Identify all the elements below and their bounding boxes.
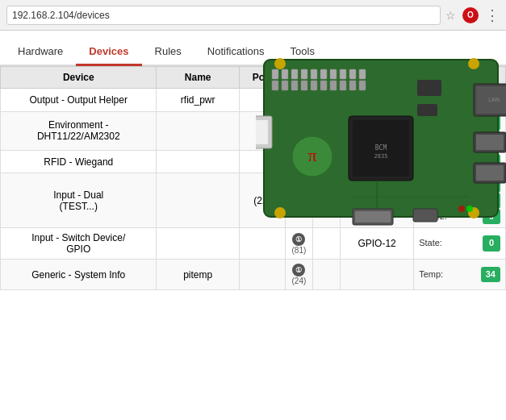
col-header-ch: Ch — [285, 67, 312, 89]
value-badge: 41 — [481, 131, 500, 147]
col-header-id: ID — [312, 67, 340, 89]
name-cell — [157, 111, 239, 150]
gpio-cell — [341, 111, 414, 150]
channel-badge: ① (24) — [291, 264, 306, 285]
values-cell: State: 0 State1: 0 State2: 0 — [414, 173, 506, 228]
ch-cell: ① (81) — [285, 228, 312, 260]
value-label: State: — [419, 93, 442, 107]
table-row: RFID - Wiegand GPIO-5 Tag: 0 — [1, 150, 506, 173]
ch-cell: ① (24) — [285, 260, 312, 290]
value-badge: 0 — [483, 209, 500, 225]
name-cell: pitemp — [157, 260, 239, 290]
ch-cell — [285, 111, 312, 150]
port-cell — [239, 150, 285, 173]
port-cell — [239, 228, 285, 260]
device-cell: Input - Dual(TEST...) — [1, 173, 157, 228]
id-cell — [312, 89, 340, 112]
channel-num: (24) — [291, 277, 306, 285]
tab-devices[interactable]: Devices — [76, 39, 141, 66]
gpio-cell: GPIO-23GPIO-16 — [341, 173, 414, 228]
device-cell: Environment -DHT11/22/AM2302 — [1, 111, 157, 150]
value-badge: 0 — [483, 177, 500, 193]
info-icon: ① — [292, 233, 305, 246]
value-label: Tag: — [419, 155, 436, 169]
id-cell — [312, 173, 340, 228]
gpio-cell: GPIO-12 — [341, 228, 414, 260]
gpio-cell — [341, 89, 414, 112]
ch-cell — [285, 89, 312, 112]
value-badge: 0 — [483, 154, 500, 170]
opera-icon: O — [462, 7, 479, 23]
col-header-device: Device — [1, 67, 157, 89]
port-cell — [239, 89, 285, 112]
id-cell — [312, 111, 340, 150]
values-cell: Temp: 34 — [414, 260, 506, 290]
url-text: 192.168.2.104/devices — [12, 10, 110, 21]
address-bar[interactable]: 192.168.2.104/devices — [6, 6, 441, 25]
col-header-values: Values — [414, 67, 506, 89]
id-cell — [312, 260, 340, 290]
name-cell — [157, 173, 239, 228]
value-label: State2: — [419, 210, 447, 224]
channel-badge: ① (81) — [291, 233, 306, 255]
tab-rules[interactable]: Rules — [142, 39, 194, 66]
value-label: State: — [419, 236, 442, 251]
col-header-gpio: GPIO — [341, 67, 414, 89]
table-row: Generic - System Info pitemp ① (24) Temp… — [1, 260, 506, 290]
values-cell: Tag: 0 — [414, 150, 506, 173]
value-label: State: — [419, 177, 442, 192]
value-label: Humidity: — [419, 131, 456, 146]
name-cell — [157, 150, 239, 173]
device-cell: Input - Switch Device/GPIO — [1, 228, 157, 260]
values-cell: Temperature: 24 Humidity: 41 — [414, 111, 506, 150]
tab-hardware[interactable]: Hardware — [5, 39, 76, 66]
value-badge: 1 — [483, 92, 500, 108]
name-cell: rfid_pwr — [157, 89, 239, 112]
device-cell: RFID - Wiegand — [1, 150, 157, 173]
table-row: Output - Output Helper rfid_pwr State: 1 — [1, 89, 506, 112]
port-cell: (21) — [239, 173, 285, 228]
id-cell — [312, 228, 340, 260]
browser-icons: ☆ O ⋮ — [445, 6, 500, 24]
value-badge: 34 — [481, 267, 500, 283]
ch-cell — [285, 150, 312, 173]
device-cell: Output - Output Helper — [1, 89, 157, 112]
value-label: State1: — [419, 193, 447, 208]
star-icon[interactable]: ☆ — [445, 9, 456, 22]
port-cell — [239, 111, 285, 150]
value-badge: 24 — [481, 115, 500, 131]
table-row: Input - Switch Device/GPIO ① (81) GPIO-1… — [1, 228, 506, 260]
tab-tools[interactable]: Tools — [278, 39, 328, 66]
id-cell — [312, 150, 340, 173]
gpio-cell: GPIO-5 — [341, 150, 414, 173]
menu-icon[interactable]: ⋮ — [485, 6, 500, 24]
value-badge: 0 — [483, 235, 500, 252]
col-header-port: Port — [239, 67, 285, 89]
channel-num: (81) — [291, 246, 306, 255]
value-label: Temperature: — [419, 116, 471, 131]
ch-cell — [285, 173, 312, 228]
device-cell: Generic - System Info — [1, 260, 157, 290]
port-cell — [239, 260, 285, 290]
table-row: Input - Dual(TEST...) (21) GPIO-23GPIO-1… — [1, 173, 506, 228]
values-cell: State: 1 — [414, 89, 506, 112]
gpio-cell — [341, 260, 414, 290]
value-label: Temp: — [419, 268, 443, 282]
nav-tabs: Hardware Devices Rules Notifications Too… — [0, 31, 506, 66]
devices-table-container: Device Name Port Ch ID GPIO Values Outpu… — [0, 66, 506, 420]
info-icon: ① — [292, 264, 305, 277]
table-row: Environment -DHT11/22/AM2302 Temperature… — [1, 111, 506, 150]
browser-chrome: 192.168.2.104/devices ☆ O ⋮ — [0, 0, 506, 31]
values-cell: State: 0 — [414, 228, 506, 260]
col-header-name: Name — [157, 67, 239, 89]
value-badge: 0 — [483, 193, 500, 209]
name-cell — [157, 228, 239, 260]
tab-notifications[interactable]: Notifications — [194, 39, 278, 66]
devices-table: Device Name Port Ch ID GPIO Values Outpu… — [0, 66, 506, 290]
